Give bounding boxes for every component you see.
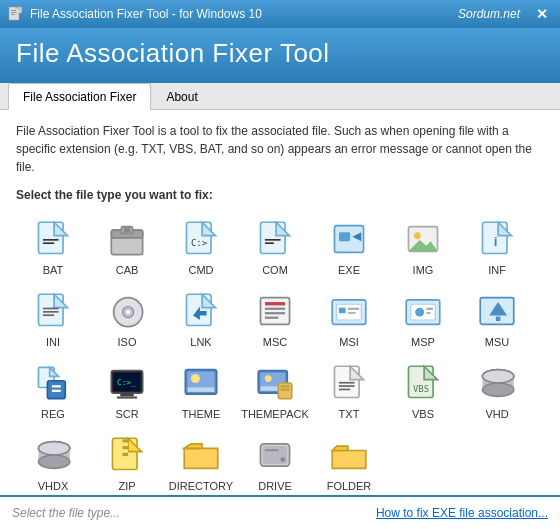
com-label: COM	[262, 264, 288, 276]
file-type-ini[interactable]: INI	[16, 284, 90, 354]
svg-text:C:>: C:>	[191, 238, 207, 248]
file-type-vhd[interactable]: VHD	[460, 356, 534, 426]
svg-point-28	[414, 232, 421, 239]
file-type-bat[interactable]: BAT	[16, 212, 90, 282]
scr-icon: C:>_	[106, 362, 148, 404]
svg-point-42	[126, 310, 130, 314]
com-icon	[254, 218, 296, 260]
close-button[interactable]: ✕	[532, 6, 552, 22]
reg-icon	[32, 362, 74, 404]
file-type-reg[interactable]: REG	[16, 356, 90, 426]
svg-text:i: i	[494, 234, 498, 249]
bat-icon	[32, 218, 74, 260]
file-type-com[interactable]: COM	[238, 212, 312, 282]
msc-icon	[254, 290, 296, 332]
ini-label: INI	[46, 336, 60, 348]
lnk-label: LNK	[190, 336, 211, 348]
vhdx-icon	[32, 434, 74, 476]
tab-fixer[interactable]: File Association Fixer	[8, 83, 151, 110]
file-type-theme[interactable]: THEME	[164, 356, 238, 426]
tab-about[interactable]: About	[151, 83, 212, 110]
themepack-icon	[254, 362, 296, 404]
directory-icon	[180, 434, 222, 476]
vhd-icon	[476, 362, 518, 404]
svg-text:VBS: VBS	[413, 384, 429, 394]
exe-label: EXE	[338, 264, 360, 276]
select-label: Select the file type you want to fix:	[16, 188, 544, 202]
file-type-cab[interactable]: CAB	[90, 212, 164, 282]
img-icon	[402, 218, 444, 260]
lnk-icon	[180, 290, 222, 332]
svg-rect-53	[339, 308, 346, 314]
cab-icon	[106, 218, 148, 260]
svg-point-81	[265, 375, 272, 382]
footer-link[interactable]: How to fix EXE file association...	[376, 506, 548, 520]
theme-icon	[180, 362, 222, 404]
exe-icon	[328, 218, 370, 260]
file-type-themepack[interactable]: THEMEPACK	[238, 356, 312, 426]
txt-label: TXT	[339, 408, 360, 420]
svg-rect-46	[260, 298, 289, 325]
themepack-label: THEMEPACK	[241, 408, 309, 420]
file-type-msc[interactable]: MSC	[238, 284, 312, 354]
msp-label: MSP	[411, 336, 435, 348]
svg-rect-10	[43, 242, 54, 244]
file-type-iso[interactable]: ISO	[90, 284, 164, 354]
footer-status: Select the file type...	[12, 506, 120, 520]
svg-rect-48	[265, 308, 285, 310]
file-type-txt[interactable]: TXT	[312, 356, 386, 426]
svg-rect-105	[123, 443, 129, 446]
txt-icon	[328, 362, 370, 404]
tab-bar: File Association Fixer About	[0, 83, 560, 110]
svg-rect-84	[281, 385, 290, 387]
cmd-label: CMD	[188, 264, 213, 276]
drive-icon	[254, 434, 296, 476]
vbs-icon: VBS	[402, 362, 444, 404]
svg-point-58	[415, 308, 424, 317]
vbs-label: VBS	[412, 408, 434, 420]
svg-rect-9	[43, 239, 59, 241]
file-type-scr[interactable]: C:>_ SCR	[90, 356, 164, 426]
svg-text:C:>_: C:>_	[117, 378, 136, 387]
file-type-msp[interactable]: MSP	[386, 284, 460, 354]
icons-grid: BAT CAB C:>CMD COM EXE IMG iINF INI ISO	[16, 212, 544, 500]
file-type-msu[interactable]: MSU	[460, 284, 534, 354]
svg-rect-47	[265, 302, 285, 305]
svg-rect-104	[123, 439, 129, 442]
svg-rect-85	[281, 389, 290, 391]
file-type-drive[interactable]: DRIVE	[238, 428, 312, 498]
file-type-inf[interactable]: iINF	[460, 212, 534, 282]
file-type-msi[interactable]: MSI	[312, 284, 386, 354]
file-type-lnk[interactable]: LNK	[164, 284, 238, 354]
svg-rect-67	[47, 381, 65, 399]
content-area: File Association Fixer Tool is a tool to…	[0, 110, 560, 508]
title-bar-title: File Association Fixer Tool - for Window…	[30, 7, 262, 21]
file-type-cmd[interactable]: C:>CMD	[164, 212, 238, 282]
file-type-folder[interactable]: FOLDER	[312, 428, 386, 498]
file-type-vhdx[interactable]: VHDX	[16, 428, 90, 498]
file-type-exe[interactable]: EXE	[312, 212, 386, 282]
msi-icon	[328, 290, 370, 332]
file-type-img[interactable]: IMG	[386, 212, 460, 282]
svg-rect-107	[123, 449, 129, 452]
drive-label: DRIVE	[258, 480, 292, 492]
file-type-vbs[interactable]: VBS VBS	[386, 356, 460, 426]
svg-point-97	[482, 370, 513, 383]
msu-icon	[476, 290, 518, 332]
svg-rect-3	[11, 14, 15, 15]
file-type-directory[interactable]: DIRECTORY	[164, 428, 238, 498]
svg-rect-54	[348, 308, 359, 310]
scr-label: SCR	[115, 408, 138, 420]
folder-icon	[328, 434, 370, 476]
svg-rect-22	[265, 239, 281, 241]
vhdx-label: VHDX	[38, 480, 69, 492]
main-header: File Association Fixer Tool	[0, 28, 560, 83]
file-type-zip[interactable]: ZIP	[90, 428, 164, 498]
svg-rect-90	[339, 389, 350, 391]
app-icon	[8, 6, 24, 22]
svg-rect-112	[265, 449, 278, 451]
title-bar: File Association Fixer Tool - for Window…	[0, 0, 560, 28]
svg-rect-50	[265, 317, 278, 319]
brand-label: Sordum.net	[458, 7, 520, 21]
svg-rect-74	[117, 396, 137, 398]
